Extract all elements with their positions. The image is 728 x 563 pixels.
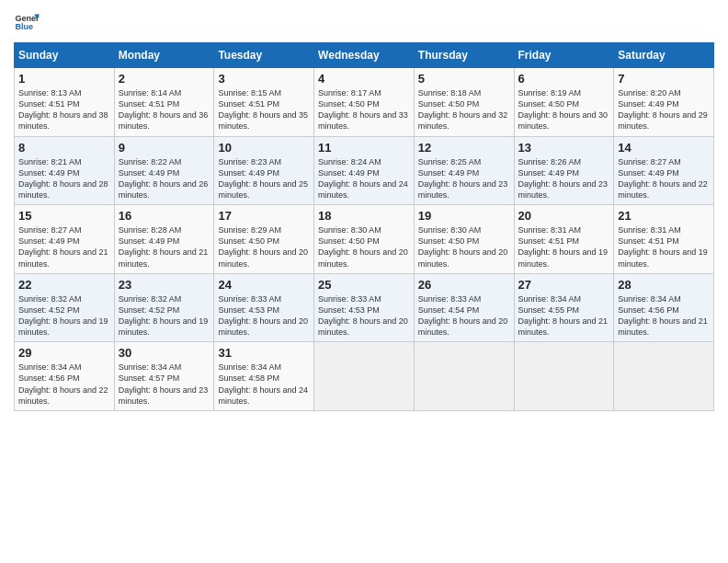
column-header-thursday: Thursday xyxy=(414,43,514,68)
sunset-label: Sunset: 4:51 PM xyxy=(218,99,279,109)
calendar-cell: 16 Sunrise: 8:28 AM Sunset: 4:49 PM Dayl… xyxy=(114,205,214,274)
day-number: 25 xyxy=(318,278,410,292)
day-number: 29 xyxy=(18,346,110,360)
sunrise-label: Sunrise: 8:30 AM xyxy=(418,225,482,235)
calendar-week-5: 29 Sunrise: 8:34 AM Sunset: 4:56 PM Dayl… xyxy=(15,342,714,411)
sunset-label: Sunset: 4:49 PM xyxy=(618,168,679,178)
daylight-label: Daylight: 8 hours and 20 minutes. xyxy=(418,316,508,337)
day-info: Sunrise: 8:31 AM Sunset: 4:51 PM Dayligh… xyxy=(518,224,610,270)
column-header-monday: Monday xyxy=(114,43,214,68)
daylight-label: Daylight: 8 hours and 20 minutes. xyxy=(318,247,408,268)
day-info: Sunrise: 8:27 AM Sunset: 4:49 PM Dayligh… xyxy=(18,224,110,270)
daylight-label: Daylight: 8 hours and 22 minutes. xyxy=(618,179,708,200)
day-info: Sunrise: 8:25 AM Sunset: 4:49 PM Dayligh… xyxy=(418,156,510,201)
calendar-cell: 13 Sunrise: 8:26 AM Sunset: 4:49 PM Dayl… xyxy=(514,136,614,205)
day-number: 16 xyxy=(119,209,210,223)
daylight-label: Daylight: 8 hours and 28 minutes. xyxy=(18,179,108,200)
calendar-week-4: 22 Sunrise: 8:32 AM Sunset: 4:52 PM Dayl… xyxy=(15,273,714,342)
calendar-cell: 2 Sunrise: 8:14 AM Sunset: 4:51 PM Dayli… xyxy=(114,68,214,137)
day-info: Sunrise: 8:17 AM Sunset: 4:50 PM Dayligh… xyxy=(318,87,410,132)
day-number: 23 xyxy=(119,278,210,292)
day-number: 24 xyxy=(218,278,310,292)
sunset-label: Sunset: 4:49 PM xyxy=(518,168,580,178)
calendar-cell: 11 Sunrise: 8:24 AM Sunset: 4:49 PM Dayl… xyxy=(314,136,415,205)
calendar-cell: 17 Sunrise: 8:29 AM Sunset: 4:50 PM Dayl… xyxy=(214,205,314,274)
day-info: Sunrise: 8:14 AM Sunset: 4:51 PM Dayligh… xyxy=(119,87,210,132)
calendar-cell: 20 Sunrise: 8:31 AM Sunset: 4:51 PM Dayl… xyxy=(514,205,614,274)
sunrise-label: Sunrise: 8:29 AM xyxy=(218,225,281,235)
column-header-saturday: Saturday xyxy=(614,43,714,68)
column-header-sunday: Sunday xyxy=(15,43,115,68)
day-info: Sunrise: 8:34 AM Sunset: 4:58 PM Dayligh… xyxy=(218,362,310,407)
day-number: 18 xyxy=(318,209,410,223)
calendar-week-2: 8 Sunrise: 8:21 AM Sunset: 4:49 PM Dayli… xyxy=(15,136,714,205)
calendar-cell: 1 Sunrise: 8:13 AM Sunset: 4:51 PM Dayli… xyxy=(15,68,115,137)
sunset-label: Sunset: 4:50 PM xyxy=(418,99,480,109)
sunrise-label: Sunrise: 8:15 AM xyxy=(218,88,281,98)
calendar-cell: 8 Sunrise: 8:21 AM Sunset: 4:49 PM Dayli… xyxy=(15,136,115,205)
daylight-label: Daylight: 8 hours and 21 minutes. xyxy=(518,316,609,337)
calendar-cell: 22 Sunrise: 8:32 AM Sunset: 4:52 PM Dayl… xyxy=(15,273,115,342)
day-info: Sunrise: 8:27 AM Sunset: 4:49 PM Dayligh… xyxy=(618,156,710,201)
daylight-label: Daylight: 8 hours and 19 minutes. xyxy=(18,316,108,337)
day-number: 15 xyxy=(18,209,110,223)
calendar-cell: 4 Sunrise: 8:17 AM Sunset: 4:50 PM Dayli… xyxy=(314,68,415,137)
daylight-label: Daylight: 8 hours and 26 minutes. xyxy=(119,179,209,200)
sunrise-label: Sunrise: 8:34 AM xyxy=(518,294,582,304)
sunset-label: Sunset: 4:56 PM xyxy=(618,305,679,315)
sunrise-label: Sunrise: 8:34 AM xyxy=(119,362,182,372)
day-info: Sunrise: 8:18 AM Sunset: 4:50 PM Dayligh… xyxy=(418,87,510,132)
sunrise-label: Sunrise: 8:27 AM xyxy=(618,157,681,167)
day-number: 9 xyxy=(119,141,210,155)
sunrise-label: Sunrise: 8:32 AM xyxy=(18,294,82,304)
calendar-cell: 28 Sunrise: 8:34 AM Sunset: 4:56 PM Dayl… xyxy=(614,273,714,342)
sunset-label: Sunset: 4:53 PM xyxy=(318,305,380,315)
calendar-cell: 29 Sunrise: 8:34 AM Sunset: 4:56 PM Dayl… xyxy=(15,342,115,411)
sunset-label: Sunset: 4:49 PM xyxy=(218,168,279,178)
sunset-label: Sunset: 4:49 PM xyxy=(18,236,80,246)
sunset-label: Sunset: 4:51 PM xyxy=(18,99,80,109)
sunset-label: Sunset: 4:51 PM xyxy=(518,236,580,246)
sunset-label: Sunset: 4:51 PM xyxy=(618,236,679,246)
sunrise-label: Sunrise: 8:18 AM xyxy=(418,88,482,98)
logo-icon: General Blue xyxy=(14,9,40,35)
day-number: 11 xyxy=(318,141,410,155)
sunrise-label: Sunrise: 8:28 AM xyxy=(119,225,182,235)
day-info: Sunrise: 8:34 AM Sunset: 4:56 PM Dayligh… xyxy=(618,293,710,339)
sunset-label: Sunset: 4:49 PM xyxy=(618,99,679,109)
daylight-label: Daylight: 8 hours and 21 minutes. xyxy=(618,316,708,337)
daylight-label: Daylight: 8 hours and 19 minutes. xyxy=(618,247,708,268)
day-info: Sunrise: 8:30 AM Sunset: 4:50 PM Dayligh… xyxy=(318,224,410,270)
sunrise-label: Sunrise: 8:31 AM xyxy=(518,225,582,235)
calendar-cell: 26 Sunrise: 8:33 AM Sunset: 4:54 PM Dayl… xyxy=(414,273,514,342)
daylight-label: Daylight: 8 hours and 20 minutes. xyxy=(218,316,308,337)
day-number: 17 xyxy=(218,209,310,223)
day-info: Sunrise: 8:30 AM Sunset: 4:50 PM Dayligh… xyxy=(418,224,510,270)
sunrise-label: Sunrise: 8:14 AM xyxy=(119,88,182,98)
calendar-cell xyxy=(614,342,714,411)
day-number: 21 xyxy=(618,209,710,223)
logo: General Blue xyxy=(14,9,40,35)
calendar-week-1: 1 Sunrise: 8:13 AM Sunset: 4:51 PM Dayli… xyxy=(15,68,714,137)
day-info: Sunrise: 8:32 AM Sunset: 4:52 PM Dayligh… xyxy=(18,293,110,339)
day-info: Sunrise: 8:22 AM Sunset: 4:49 PM Dayligh… xyxy=(119,156,210,201)
daylight-label: Daylight: 8 hours and 32 minutes. xyxy=(418,110,508,131)
day-info: Sunrise: 8:26 AM Sunset: 4:49 PM Dayligh… xyxy=(518,156,610,201)
calendar-table: SundayMondayTuesdayWednesdayThursdayFrid… xyxy=(14,42,714,411)
daylight-label: Daylight: 8 hours and 25 minutes. xyxy=(218,179,308,200)
sunrise-label: Sunrise: 8:31 AM xyxy=(618,225,681,235)
sunset-label: Sunset: 4:58 PM xyxy=(218,373,279,383)
sunset-label: Sunset: 4:51 PM xyxy=(119,99,180,109)
sunrise-label: Sunrise: 8:27 AM xyxy=(18,225,82,235)
sunset-label: Sunset: 4:55 PM xyxy=(518,305,580,315)
daylight-label: Daylight: 8 hours and 23 minutes. xyxy=(418,179,508,200)
day-info: Sunrise: 8:13 AM Sunset: 4:51 PM Dayligh… xyxy=(18,87,110,132)
daylight-label: Daylight: 8 hours and 21 minutes. xyxy=(18,247,108,268)
calendar-cell: 14 Sunrise: 8:27 AM Sunset: 4:49 PM Dayl… xyxy=(614,136,714,205)
daylight-label: Daylight: 8 hours and 23 minutes. xyxy=(119,385,209,406)
calendar-cell: 12 Sunrise: 8:25 AM Sunset: 4:49 PM Dayl… xyxy=(414,136,514,205)
day-info: Sunrise: 8:34 AM Sunset: 4:57 PM Dayligh… xyxy=(119,362,210,407)
calendar-cell: 6 Sunrise: 8:19 AM Sunset: 4:50 PM Dayli… xyxy=(514,68,614,137)
daylight-label: Daylight: 8 hours and 24 minutes. xyxy=(218,385,308,406)
daylight-label: Daylight: 8 hours and 19 minutes. xyxy=(119,316,209,337)
